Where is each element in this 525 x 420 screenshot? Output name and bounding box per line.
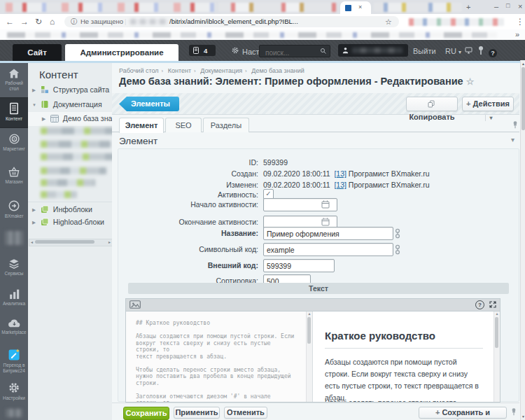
cancel-button[interactable]: Отменить: [224, 407, 267, 419]
tab-element[interactable]: Элемент: [119, 118, 164, 133]
logout-link[interactable]: Выйти: [413, 46, 436, 57]
user-chip[interactable]: [338, 44, 408, 57]
pin-icon[interactable]: [512, 120, 518, 130]
scroll-up-icon[interactable]: ▲: [307, 312, 312, 316]
breadcrumb-item[interactable]: Контент: [168, 67, 191, 74]
text-editor: ? ## Краткое руководство Абзацы создаютс…: [125, 298, 500, 402]
translit-chain-icon[interactable]: [395, 244, 400, 255]
source-scrollbar[interactable]: ▲: [306, 312, 312, 402]
chevron-right-icon[interactable]: ▶: [32, 88, 36, 92]
field-label: Создан:: [231, 169, 258, 178]
field-label: Символьный код:: [199, 245, 258, 253]
search-input[interactable]: [264, 48, 318, 57]
sidebar-item-content[interactable]: Контент: [0, 97, 28, 128]
basket-icon: [8, 167, 20, 178]
calendar-icon[interactable]: [321, 218, 330, 226]
breadcrumb-item[interactable]: Демо база знаний: [251, 67, 304, 74]
sidebar-item-analytics[interactable]: Аналитика: [0, 288, 28, 307]
notifications-count: 4: [204, 47, 207, 55]
copy-button[interactable]: Копировать: [406, 97, 458, 111]
search-icon[interactable]: [320, 48, 327, 55]
chevron-right-icon[interactable]: ▶: [32, 207, 36, 212]
window-maximize-icon[interactable]: □: [506, 3, 510, 9]
chevron-right-icon[interactable]: ▶: [42, 116, 46, 121]
calendar-icon[interactable]: [321, 200, 330, 209]
new-tab-icon[interactable]: +: [466, 4, 470, 11]
window-close-icon[interactable]: ×: [518, 3, 522, 10]
scrollbar-thumb[interactable]: [307, 317, 311, 344]
code-input[interactable]: [263, 243, 393, 256]
scroll-up-icon[interactable]: ▲: [521, 62, 525, 66]
window-minimize-icon[interactable]: –: [494, 3, 498, 10]
editor-source-text[interactable]: ## Краткое руководство Абзацы создаются …: [136, 320, 297, 402]
tree-item-documentation[interactable]: ▼ Документация: [32, 100, 102, 108]
external-code-input[interactable]: [263, 259, 335, 272]
sidebar-item-bitrix24[interactable]: Переход в Битрикс24: [0, 348, 28, 373]
elements-back-button[interactable]: Элементы: [119, 97, 179, 111]
tree-item-site-structure[interactable]: ▶ Структура сайта: [32, 85, 109, 94]
fullscreen-icon[interactable]: [489, 300, 497, 309]
pin-icon[interactable]: [511, 407, 517, 416]
scrollbar-thumb[interactable]: [35, 240, 94, 244]
sidebar-item-services[interactable]: Сервисы: [0, 258, 28, 276]
sidebar-item-desktop[interactable]: Рабочий стол: [0, 68, 28, 91]
favorite-star-icon[interactable]: ☆: [466, 76, 475, 87]
actions-button[interactable]: + Действия ▾: [462, 97, 514, 111]
translit-chain-icon[interactable]: [395, 228, 400, 239]
admin-search[interactable]: [259, 45, 330, 57]
tree-hscrollbar[interactable]: ◄ ►: [29, 239, 113, 246]
apply-button[interactable]: Применить: [174, 407, 220, 419]
monitor-icon[interactable]: [464, 46, 473, 55]
forward-icon[interactable]: →: [20, 18, 29, 26]
back-icon[interactable]: ←: [6, 18, 14, 26]
chevron-right-icon[interactable]: ▶: [32, 220, 36, 225]
created-user-link[interactable]: [13]: [334, 169, 346, 178]
scrollbar-thumb[interactable]: [495, 317, 498, 348]
breadcrumb-item[interactable]: Рабочий стол: [119, 67, 159, 74]
tab-seo[interactable]: SEO: [165, 118, 202, 132]
tab-sections[interactable]: Разделы: [203, 118, 249, 132]
tab-administration[interactable]: Администрирование: [65, 44, 178, 61]
sidebar-item-marketing[interactable]: Маркетинг: [0, 133, 28, 152]
scroll-up-icon[interactable]: ▲: [494, 312, 500, 316]
save-button[interactable]: Сохранить: [123, 407, 169, 420]
image-icon[interactable]: [130, 300, 141, 309]
browser-active-tab[interactable]: ×: [340, 1, 371, 14]
tab-close-icon[interactable]: ×: [358, 4, 362, 10]
preview-scrollbar[interactable]: ▲: [493, 312, 500, 402]
bookmarks-overflow-icon[interactable]: »: [515, 31, 519, 38]
scrollbar-thumb[interactable]: [522, 67, 525, 130]
sidebar-item-marketplace[interactable]: Marketplace: [0, 318, 28, 335]
blurred-tabs: [6, 3, 216, 12]
name-input[interactable]: [263, 227, 393, 240]
sidebar-item-settings[interactable]: Настройки: [0, 382, 28, 401]
save-and-add-button[interactable]: + Сохранить и добавить: [419, 407, 507, 419]
bookmark-star-icon[interactable]: ☆: [385, 16, 392, 27]
scroll-left-icon[interactable]: ◄: [30, 240, 34, 244]
home-browser-icon[interactable]: ⌂: [50, 18, 55, 26]
scroll-down-icon[interactable]: ▼: [521, 414, 525, 419]
breadcrumb-item[interactable]: Документация: [200, 67, 242, 74]
blurred-rail-item: [6, 409, 22, 417]
tree-item-infoblocks[interactable]: ▶ Инфоблоки: [32, 205, 92, 214]
tab-site[interactable]: Сайт: [13, 44, 62, 61]
editor-help-icon[interactable]: ?: [475, 300, 484, 309]
field-label: Внешний код:: [208, 261, 258, 270]
text-section-header[interactable]: Текст: [128, 283, 509, 294]
url-field[interactable]: ⓘ Не защищено | /bitrix/admin/iblock_ele…: [64, 16, 399, 27]
pin-icon[interactable]: [477, 46, 484, 55]
document-icon: [8, 102, 20, 115]
section-collapse-icon[interactable]: ▾: [511, 136, 514, 144]
info-icon[interactable]: ⓘ: [71, 16, 78, 27]
reload-icon[interactable]: ↻: [35, 18, 42, 26]
browser-menu-icon[interactable]: ⋮: [516, 18, 524, 26]
tree-item-highload[interactable]: ▶ Highload-блоки: [32, 218, 104, 226]
chevron-down-icon[interactable]: ▼: [32, 103, 36, 107]
language-selector[interactable]: RU ▾: [445, 46, 461, 58]
scroll-right-icon[interactable]: ►: [108, 240, 111, 244]
notifications-button[interactable]: 4: [189, 45, 216, 56]
editor-source-pane[interactable]: ## Краткое руководство Абзацы создаются …: [126, 312, 313, 402]
sidebar-item-shop[interactable]: Магазин: [0, 167, 28, 185]
sidebar-item-bxmaker[interactable]: BXmaker: [0, 200, 28, 219]
page-scrollbar[interactable]: ▲ ▼: [520, 60, 525, 420]
